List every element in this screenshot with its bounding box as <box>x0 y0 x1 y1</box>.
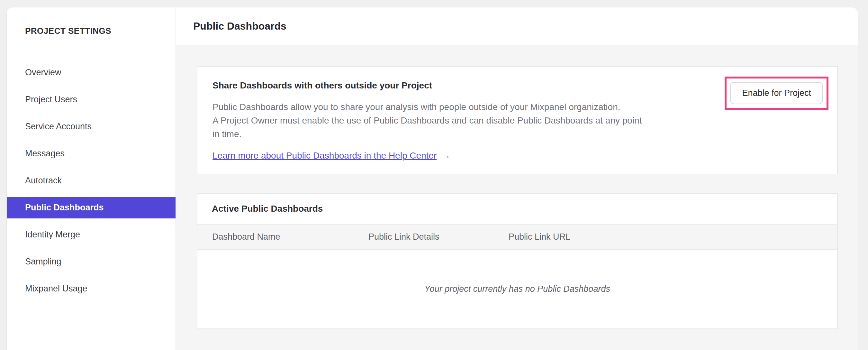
active-card-title-row: Active Public Dashboards <box>197 194 837 224</box>
sidebar-item-service-accounts[interactable]: Service Accounts <box>7 116 176 137</box>
sidebar-item-overview[interactable]: Overview <box>7 62 176 83</box>
share-card-title: Share Dashboards with others outside you… <box>213 81 642 91</box>
share-card-description: Public Dashboards allow you to share you… <box>213 100 642 141</box>
active-public-dashboards-card: Active Public Dashboards Dashboard Name … <box>197 193 838 329</box>
active-card-title: Active Public Dashboards <box>212 204 323 214</box>
help-center-link-row: Learn more about Public Dashboards in th… <box>213 150 642 161</box>
sidebar-item-sampling[interactable]: Sampling <box>7 251 176 272</box>
sidebar-item-messages[interactable]: Messages <box>7 143 176 165</box>
help-center-link[interactable]: Learn more about Public Dashboards in th… <box>213 150 437 161</box>
column-header-public-link-details: Public Link Details <box>368 232 508 242</box>
share-card-text-column: Share Dashboards with others outside you… <box>213 81 642 161</box>
sidebar-item-public-dashboards[interactable]: Public Dashboards <box>7 197 176 218</box>
main-area: Public Dashboards Share Dashboards with … <box>176 7 858 350</box>
share-card-description-line: in time. <box>213 127 642 141</box>
enable-for-project-button[interactable]: Enable for Project <box>730 82 823 104</box>
sidebar-title: PROJECT SETTINGS <box>7 26 176 36</box>
share-dashboards-card: Share Dashboards with others outside you… <box>197 66 838 174</box>
sidebar-item-mixpanel-usage[interactable]: Mixpanel Usage <box>7 278 176 299</box>
share-card-description-line: Public Dashboards allow you to share you… <box>213 100 642 114</box>
page-title: Public Dashboards <box>193 20 286 32</box>
sidebar-item-project-users[interactable]: Project Users <box>7 89 176 110</box>
page-content: Share Dashboards with others outside you… <box>176 46 858 350</box>
sidebar-item-autotrack[interactable]: Autotrack <box>7 170 176 192</box>
dashboards-table-header: Dashboard Name Public Link Details Publi… <box>197 224 837 250</box>
column-header-public-link-url: Public Link URL <box>508 232 837 242</box>
sidebar-item-identity-merge[interactable]: Identity Merge <box>7 224 176 245</box>
empty-state-message: Your project currently has no Public Das… <box>197 250 837 328</box>
settings-nav: Overview Project Users Service Accounts … <box>7 62 176 299</box>
share-card-description-line: A Project Owner must enable the use of P… <box>213 114 642 127</box>
page-header: Public Dashboards <box>176 7 858 46</box>
project-settings-window: PROJECT SETTINGS Overview Project Users … <box>6 7 858 350</box>
settings-sidebar: PROJECT SETTINGS Overview Project Users … <box>7 7 176 350</box>
annotation-highlight-box: Enable for Project <box>724 77 829 110</box>
arrow-right-icon: → <box>441 150 451 161</box>
column-header-dashboard-name: Dashboard Name <box>212 232 368 242</box>
